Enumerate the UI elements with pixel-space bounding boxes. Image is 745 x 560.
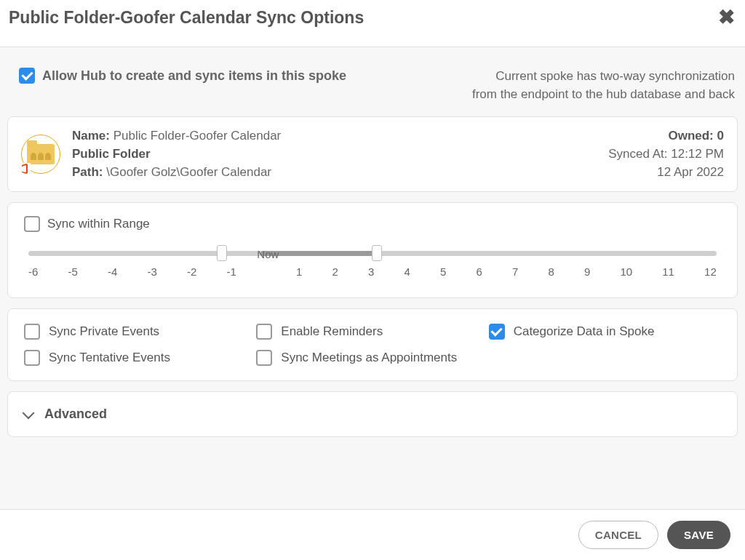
slider-tick: 11 bbox=[662, 265, 674, 278]
option-row: Enable Reminders bbox=[256, 324, 488, 340]
spoke-info-card: Name: Public Folder-Goofer Calendar Publ… bbox=[7, 116, 738, 192]
synced-time: 12:12 PM bbox=[671, 147, 724, 161]
option-row: Sync Meetings as Appointments bbox=[256, 350, 488, 366]
sync-desc-line1: Current spoke has two-way synchronizatio… bbox=[472, 68, 735, 86]
sync-description: Current spoke has two-way synchronizatio… bbox=[472, 68, 735, 103]
info-left: Name: Public Folder-Goofer Calendar Publ… bbox=[21, 127, 281, 181]
dialog-footer: CANCEL SAVE bbox=[0, 509, 745, 560]
slider-tick: 2 bbox=[332, 265, 338, 278]
slider-handle-end[interactable] bbox=[372, 245, 382, 261]
slider-tick: 7 bbox=[512, 265, 518, 278]
option-checkbox[interactable] bbox=[24, 324, 40, 340]
slider-tick: 9 bbox=[584, 265, 590, 278]
advanced-label: Advanced bbox=[44, 407, 107, 422]
allow-hub-row: Allow Hub to create and sync items in th… bbox=[7, 55, 738, 116]
option-checkbox[interactable] bbox=[256, 324, 272, 340]
dialog-header: Public Folder-Goofer Calendar Sync Optio… bbox=[0, 0, 745, 47]
range-slider[interactable]: Now -6-5-4-3-2-1123456789101112 bbox=[24, 247, 721, 279]
range-card: Sync within Range Now -6-5-4-3-2-1123456… bbox=[7, 202, 738, 298]
owned-value: 0 bbox=[717, 129, 724, 143]
option-label: Sync Private Events bbox=[49, 324, 159, 339]
slider-tick: 8 bbox=[548, 265, 554, 278]
synced-label: Synced At: bbox=[608, 147, 667, 161]
option-row: Sync Private Events bbox=[24, 324, 256, 340]
option-checkbox[interactable] bbox=[24, 350, 40, 366]
slider-tick: 5 bbox=[440, 265, 446, 278]
close-icon[interactable]: ✖ bbox=[718, 7, 735, 28]
synced-date: 12 Apr 2022 bbox=[608, 164, 724, 182]
option-label: Sync Tentative Events bbox=[49, 351, 170, 365]
office-badge-icon bbox=[19, 163, 31, 175]
option-checkbox[interactable] bbox=[256, 350, 272, 366]
slider-ticks: -6-5-4-3-2-1123456789101112 bbox=[28, 265, 717, 278]
now-label: Now bbox=[257, 248, 279, 260]
advanced-toggle[interactable]: Advanced bbox=[7, 391, 738, 437]
range-head: Sync within Range bbox=[24, 216, 721, 232]
cancel-button[interactable]: CANCEL bbox=[578, 521, 658, 549]
public-folder-icon bbox=[21, 135, 60, 174]
name-value: Public Folder-Goofer Calendar bbox=[113, 129, 282, 143]
info-fields: Name: Public Folder-Goofer Calendar Publ… bbox=[72, 127, 281, 181]
slider-tick: -5 bbox=[68, 265, 77, 278]
slider-tick: 6 bbox=[476, 265, 482, 278]
sync-desc-line2: from the endpoint to the hub database an… bbox=[472, 86, 735, 104]
slider-handle-start[interactable] bbox=[217, 245, 227, 261]
chevron-down-icon bbox=[23, 407, 35, 419]
option-label: Categorize Data in Spoke bbox=[514, 324, 655, 339]
option-label: Sync Meetings as Appointments bbox=[281, 351, 457, 365]
slider-tick: -1 bbox=[226, 265, 236, 278]
save-button[interactable]: SAVE bbox=[667, 521, 730, 549]
options-card: Sync Private EventsEnable RemindersCateg… bbox=[7, 308, 738, 381]
slider-tick: 12 bbox=[704, 265, 717, 278]
slider-tick: -6 bbox=[28, 265, 38, 278]
slider-tick: 1 bbox=[296, 265, 302, 278]
content-area: Allow Hub to create and sync items in th… bbox=[0, 47, 745, 513]
name-label: Name: bbox=[72, 129, 110, 143]
option-checkbox[interactable] bbox=[489, 324, 505, 340]
sync-range-checkbox[interactable] bbox=[24, 216, 40, 232]
option-row: Categorize Data in Spoke bbox=[489, 324, 721, 340]
slider-tick: 10 bbox=[620, 265, 632, 278]
type-value: Public Folder bbox=[72, 147, 151, 161]
path-label: Path: bbox=[72, 165, 103, 179]
slider-tick: -3 bbox=[147, 265, 156, 278]
allow-hub-label: Allow Hub to create and sync items in th… bbox=[42, 68, 346, 84]
owned-label: Owned: bbox=[668, 129, 713, 143]
option-row: Sync Tentative Events bbox=[24, 350, 256, 366]
allow-hub-checkbox[interactable] bbox=[19, 68, 35, 84]
slider-tick: -2 bbox=[187, 265, 196, 278]
option-label: Enable Reminders bbox=[281, 324, 383, 339]
allow-hub-left: Allow Hub to create and sync items in th… bbox=[19, 68, 346, 84]
slider-tick: 3 bbox=[368, 265, 374, 278]
path-value: \Goofer Golz\Goofer Calendar bbox=[106, 165, 271, 179]
sync-range-label: Sync within Range bbox=[47, 217, 150, 231]
slider-tick: -4 bbox=[108, 265, 117, 278]
info-right: Owned: 0 Synced At: 12:12 PM 12 Apr 2022 bbox=[608, 127, 724, 181]
dialog-title: Public Folder-Goofer Calendar Sync Optio… bbox=[9, 8, 364, 28]
slider-tick: 4 bbox=[405, 265, 410, 278]
